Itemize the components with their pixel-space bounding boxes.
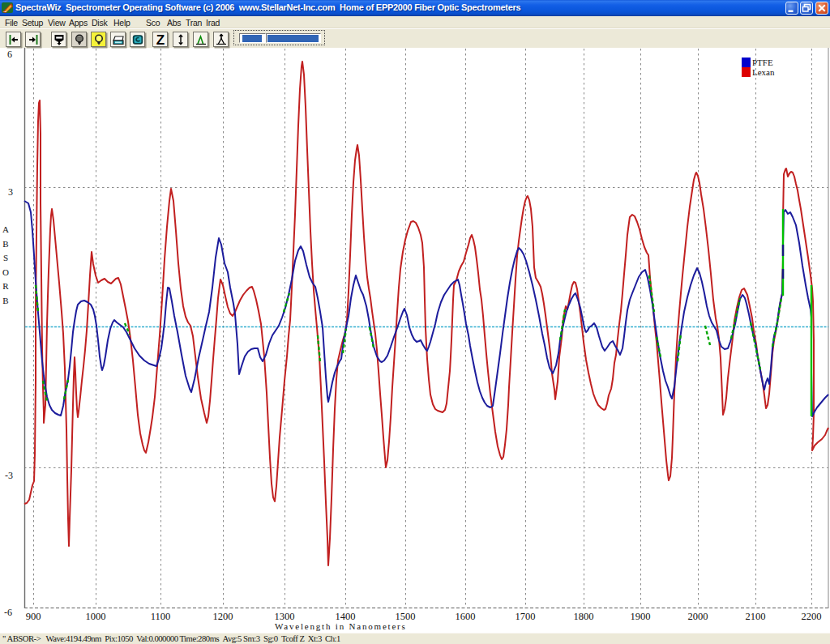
svg-text:-3: -3	[5, 470, 13, 481]
svg-text:2100: 2100	[746, 611, 766, 622]
svg-text:R: R	[2, 281, 9, 291]
svg-text:1900: 1900	[631, 611, 651, 622]
svg-text:O: O	[2, 267, 9, 277]
svg-text:1400: 1400	[336, 611, 356, 622]
svg-text:Z: Z	[156, 33, 164, 46]
svg-text:S: S	[3, 253, 8, 262]
svg-text:PTFE: PTFE	[752, 58, 773, 67]
svg-text:A: A	[2, 224, 9, 234]
svg-text:1300: 1300	[275, 611, 295, 622]
svg-text:2200: 2200	[802, 611, 822, 622]
svg-text:1500: 1500	[396, 611, 416, 622]
svg-text:B: B	[2, 239, 8, 249]
svg-text:Wavelength in Nanometers: Wavelength in Nanometers	[275, 621, 407, 631]
svg-text:1100: 1100	[151, 611, 171, 622]
svg-text:900: 900	[26, 611, 41, 622]
svg-text:Lexan: Lexan	[752, 67, 775, 77]
svg-text:1600: 1600	[456, 611, 476, 622]
svg-text:2000: 2000	[688, 611, 708, 622]
svg-text:1200: 1200	[213, 611, 233, 622]
svg-text:1000: 1000	[86, 611, 106, 622]
svg-text:-6: -6	[4, 607, 12, 618]
svg-text:1700: 1700	[516, 611, 536, 622]
svg-text:3: 3	[8, 186, 13, 198]
svg-text:6: 6	[7, 49, 12, 60]
svg-text:1800: 1800	[574, 611, 594, 622]
svg-text:B: B	[2, 296, 8, 305]
